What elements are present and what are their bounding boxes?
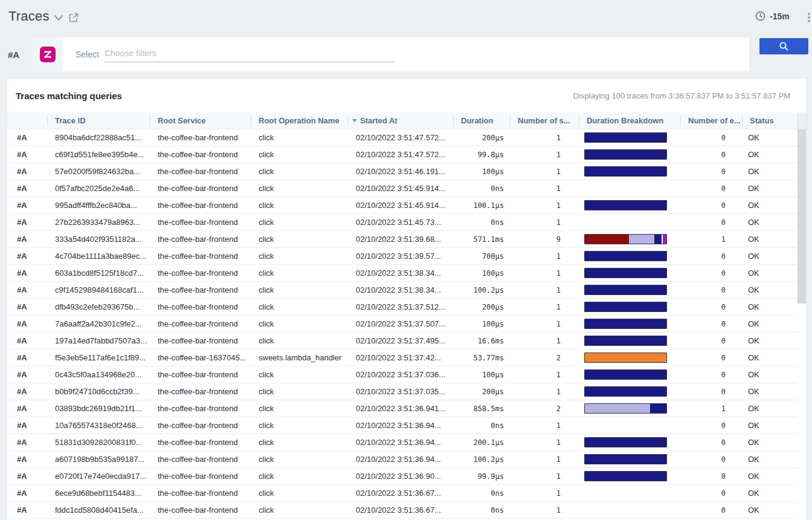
duration-breakdown-cell — [579, 197, 680, 213]
trace-row[interactable]: #Afddc1cd5808d40415efa...the-coffee-bar-… — [7, 502, 798, 519]
time-range-label: -15m — [770, 11, 790, 21]
started-at-cell: 02/10/2022 3:51:45.914... — [348, 180, 453, 197]
kebab-menu-icon[interactable] — [805, 11, 812, 24]
started-at-cell: 02/10/2022 3:51:37.035... — [348, 383, 453, 400]
started-at-cell: 02/10/2022 3:51:37.036... — [348, 366, 453, 383]
status-cell: OK — [742, 366, 798, 383]
column-header-label: Trace ID — [55, 116, 86, 125]
started-at-cell: 02/10/2022 3:51:45.914... — [348, 197, 453, 213]
brand-box — [31, 37, 63, 71]
duration-breakdown-bar — [584, 369, 667, 380]
trace-row[interactable]: #A995adff4fffb2ec840ba...the-coffee-bar-… — [7, 197, 798, 214]
column-header-duration[interactable]: Duration — [453, 112, 510, 129]
column-header-label: Status — [750, 116, 774, 125]
column-header-number-of-s[interactable]: Number of s... — [510, 112, 579, 129]
duration-breakdown-cell — [579, 231, 680, 247]
root-operation-cell: click — [251, 248, 348, 264]
trace-row[interactable]: #A6ece9d68bebf1154483...the-coffee-bar-f… — [7, 485, 798, 502]
error-count-cell: 0 — [680, 434, 742, 450]
started-at-cell: 02/10/2022 3:51:36.941... — [348, 400, 453, 417]
column-header-status[interactable]: Status — [742, 112, 798, 129]
root-service-cell: the-coffee-bar-1637045... — [150, 349, 251, 366]
trace-row[interactable]: #Ac69f1d551fe8ee395b4e...the-coffee-bar-… — [7, 146, 798, 163]
span-count-cell: 1 — [510, 502, 579, 518]
duration-breakdown-bar — [584, 302, 667, 312]
started-at-cell: 02/10/2022 3:51:38.34... — [348, 265, 453, 281]
filters-input[interactable] — [105, 47, 395, 62]
root-service-cell: the-coffee-bar-frontend — [150, 163, 251, 180]
status-cell: OK — [742, 163, 798, 180]
trace-row[interactable]: #A0c43c5f0aa134968e20...the-coffee-bar-f… — [7, 366, 798, 383]
breakdown-segment-orange — [585, 353, 666, 362]
started-at-cell: 02/10/2022 3:51:45.73... — [348, 214, 453, 230]
column-header-started-at[interactable]: Started At — [348, 112, 453, 129]
duration-cell: 0ns — [453, 502, 510, 518]
trace-row[interactable]: #Ae0720f17e74e0ecda917...the-coffee-bar-… — [7, 468, 798, 485]
status-cell: OK — [742, 197, 798, 213]
trace-row[interactable]: #A27b2263933479a8963...the-coffee-bar-fr… — [7, 214, 798, 231]
scrollbar-thumb[interactable] — [798, 129, 806, 304]
trace-row[interactable]: #A8904ba6dcf22888ac51...the-coffee-bar-f… — [7, 129, 798, 146]
trace-row[interactable]: #A03893bdc26919db21f1...the-coffee-bar-f… — [7, 400, 798, 417]
root-operation-cell: click — [251, 333, 348, 349]
search-button[interactable] — [759, 38, 808, 54]
span-count-cell: 1 — [510, 468, 579, 484]
column-header-root-service[interactable]: Root Service — [150, 112, 251, 129]
trace-row[interactable]: #A10a765574318e0f2468...the-coffee-bar-f… — [7, 417, 798, 434]
trace-row[interactable]: #Ac9f1452989484168caf1...the-coffee-bar-… — [7, 282, 798, 299]
duration-cell: 100µs — [453, 316, 510, 332]
trace-row[interactable]: #Ab0b9f24710d6ccb2f39...the-coffee-bar-f… — [7, 383, 798, 400]
share-icon[interactable] — [68, 12, 79, 23]
trace-id-cell: 7a6aaff2a42b301c9fe2... — [47, 316, 150, 332]
breakdown-segment-navy — [585, 302, 666, 311]
root-service-cell: the-coffee-bar-frontend — [150, 485, 251, 501]
duration-cell: 0ns — [453, 417, 510, 434]
duration-cell: 0ns — [453, 180, 510, 197]
trace-row[interactable]: #A0f57afbc2025de2e4a6...the-coffee-bar-f… — [7, 180, 798, 197]
trace-row[interactable]: #A333a54d402f9351182a...the-coffee-bar-f… — [7, 231, 798, 248]
root-service-cell: the-coffee-bar-frontend — [150, 451, 251, 467]
time-range-button[interactable]: -15m — [755, 11, 790, 21]
trace-row[interactable]: #A7a6aaff2a42b301c9fe2...the-coffee-bar-… — [7, 316, 798, 333]
root-operation-cell: click — [251, 282, 348, 298]
trace-row[interactable]: #A603a1bcd8f5125f18cd7...the-coffee-bar-… — [7, 265, 798, 282]
started-at-cell: 02/10/2022 3:51:47.572... — [348, 146, 453, 163]
error-count-cell: 0 — [680, 299, 742, 315]
status-cell: OK — [742, 417, 798, 434]
trace-row[interactable]: #A57e0200f59f824632ba...the-coffee-bar-f… — [7, 163, 798, 180]
error-count-cell: 0 — [680, 383, 742, 400]
root-operation-cell: click — [251, 231, 348, 247]
trace-row[interactable]: #A51831d30928200831f0...the-coffee-bar-f… — [7, 434, 798, 451]
started-at-cell: 02/10/2022 3:51:36.94... — [348, 451, 453, 467]
duration-cell: 53.77ms — [453, 349, 510, 366]
root-operation-cell: click — [251, 434, 348, 450]
column-header-number-of-e[interactable]: Number of e... — [680, 112, 742, 129]
column-header-badge[interactable] — [7, 112, 47, 129]
query-badge: #A — [8, 50, 19, 60]
column-header-label: Started At — [360, 116, 398, 125]
trace-row[interactable]: #Adfb493c2efeb293675b...the-coffee-bar-f… — [7, 299, 798, 316]
query-badge-cell: #A — [7, 502, 47, 518]
trace-row[interactable]: #Af5e3eb5e117af6e1c1f89...the-coffee-bar… — [7, 349, 798, 366]
trace-row[interactable]: #A4c704be1111a3bae89ec...the-coffee-bar-… — [7, 248, 798, 265]
traces-summary: Displaying 100 traces from 3:36:57.837 P… — [573, 91, 790, 100]
root-operation-cell: click — [251, 366, 348, 383]
duration-breakdown-bar — [584, 251, 667, 261]
duration-breakdown-cell — [579, 316, 680, 332]
error-count-cell: 0 — [680, 451, 742, 467]
query-badge-cell: #A — [7, 383, 47, 400]
span-count-cell: 1 — [510, 451, 579, 467]
column-header-trace-id[interactable]: Trace ID — [47, 112, 150, 129]
trace-row[interactable]: #Aa607198b9b535a99187...the-coffee-bar-f… — [7, 451, 798, 468]
root-operation-cell: sweets.lambda_handler — [251, 349, 348, 366]
span-count-cell: 1 — [510, 434, 579, 450]
breakdown-segment-lavender — [585, 404, 650, 413]
duration-cell: 0ns — [453, 485, 510, 501]
column-header-duration-breakdown[interactable]: Duration Breakdown — [579, 112, 680, 129]
trace-row[interactable]: #A197a14ed7fabbd7507a3...the-coffee-bar-… — [7, 333, 798, 349]
breakdown-segment-navy — [585, 319, 666, 328]
table-header-row: Trace IDRoot ServiceRoot Operation NameS… — [7, 112, 798, 129]
root-operation-cell: click — [251, 316, 348, 332]
column-header-root-operation-name[interactable]: Root Operation Name — [251, 112, 348, 129]
chevron-down-icon[interactable] — [54, 14, 63, 22]
